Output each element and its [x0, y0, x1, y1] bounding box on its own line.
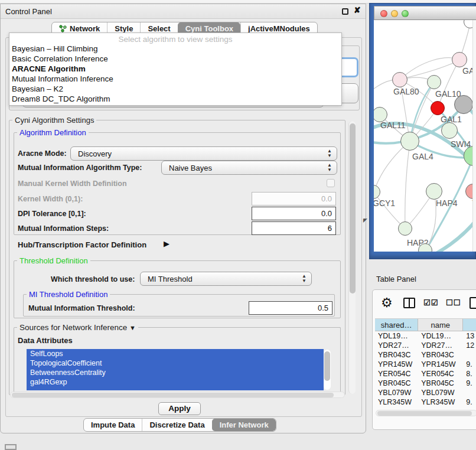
- kernel-width-label: Kernel Width (0,1):: [18, 195, 83, 203]
- table-column-header[interactable]: [463, 319, 476, 331]
- network-node-label: GAL11: [380, 120, 406, 130]
- network-node[interactable]: [454, 95, 473, 114]
- zoom-traffic-light-icon[interactable]: [402, 10, 409, 17]
- table-cell: YPR145W: [375, 360, 418, 369]
- close-traffic-light-icon[interactable]: [380, 10, 387, 17]
- network-icon: [59, 25, 67, 32]
- sources-title[interactable]: Sources for Network Inference ▼: [17, 323, 138, 332]
- mi-steps-label: Mutual Information Steps:: [18, 224, 109, 233]
- deselect-all-checkboxes-icon[interactable]: ☐☐: [446, 298, 461, 307]
- table-row[interactable]: YBR045CYBR045C9.: [375, 379, 476, 388]
- table-row[interactable]: YBR043CYBR043C: [375, 350, 476, 360]
- attribute-list-item[interactable]: gal4RGexp: [27, 377, 324, 387]
- network-node-gal80[interactable]: [392, 72, 407, 87]
- stepper-arrows-icon: ▲▼: [327, 163, 332, 172]
- which-threshold-combo[interactable]: MI Threshold ▲▼: [140, 272, 312, 286]
- table-row[interactable]: YLR345WYLR345W9.: [375, 397, 476, 407]
- algorithm-select-popup: Select algorithm to view settings Bayesi…: [9, 32, 342, 106]
- table-hscrollbar[interactable]: [376, 410, 476, 416]
- attribute-list-item[interactable]: BetweennessCentrality: [27, 368, 324, 377]
- attribute-list-item[interactable]: TopologicalCoefficient: [27, 358, 324, 368]
- column-merge-icon[interactable]: [403, 298, 415, 308]
- network-node-label: GAL4: [412, 152, 433, 161]
- network-node-label: GCY1: [374, 198, 395, 208]
- collapsed-arrow-icon[interactable]: ▶: [164, 239, 169, 248]
- algorithm-popup-item[interactable]: Basic Correlation Inference: [9, 54, 341, 64]
- tab-infer-network[interactable]: Infer Network: [212, 419, 276, 431]
- table-cell: 12: [463, 341, 476, 350]
- close-window-icon[interactable]: ✘: [354, 5, 361, 15]
- network-window-titlebar[interactable]: [374, 6, 476, 20]
- algorithm-popup-placeholder: Select algorithm to view settings: [9, 33, 341, 44]
- table-cell: 8.: [463, 369, 476, 379]
- aracne-mode-combo[interactable]: Discovery ▲▼: [70, 146, 337, 161]
- settings-hscrollbar[interactable]: [10, 392, 345, 398]
- aracne-mode-label: Aracne Mode:: [18, 149, 67, 158]
- hub-definition-toggle[interactable]: Hub/Transcription Factor Definition: [18, 240, 146, 249]
- mi-type-label: Mutual Information Algorithm Type:: [18, 164, 142, 172]
- dpi-tolerance-label: DPI Tolerance [0,1]:: [18, 210, 86, 218]
- tab-discretize-data[interactable]: Discretize Data: [142, 419, 211, 431]
- table-header-row[interactable]: shared…name: [375, 319, 476, 331]
- algorithm-popup-item[interactable]: Bayesian – Hill Climbing: [9, 44, 341, 54]
- table-cell: 9.: [463, 407, 476, 408]
- network-node-gal[interactable]: [452, 52, 467, 67]
- table-column-header[interactable]: name: [418, 319, 463, 331]
- network-node-gal1[interactable]: [431, 101, 445, 115]
- table-cell: 9.: [463, 397, 476, 407]
- float-window-icon[interactable]: [342, 8, 348, 15]
- table-cell: YIL052C: [375, 407, 418, 408]
- table-row[interactable]: YDL19…YDL19…13: [375, 331, 476, 341]
- table-cell: YDR27…: [418, 341, 463, 350]
- document-icon[interactable]: [470, 297, 476, 309]
- network-node-hap2[interactable]: [398, 221, 412, 236]
- attributes-scrollbar[interactable]: [324, 350, 331, 390]
- apply-button[interactable]: Apply: [158, 402, 201, 415]
- mi-threshold-field[interactable]: 0.5: [249, 301, 332, 315]
- network-node-hap4[interactable]: [426, 183, 442, 200]
- mi-steps-field[interactable]: 6: [252, 221, 336, 235]
- tab-label: jActiveMNodules: [248, 24, 310, 33]
- network-node-gal4[interactable]: [400, 132, 419, 151]
- tab-label: Select: [148, 24, 170, 33]
- dpi-tolerance-field[interactable]: 0.0: [252, 207, 336, 220]
- minimize-traffic-light-icon[interactable]: [391, 10, 398, 17]
- mi-threshold-label: Mutual Information Threshold:: [28, 304, 135, 312]
- settings-scrollbar[interactable]: [348, 121, 356, 394]
- network-node-swi4[interactable]: [441, 122, 458, 139]
- mi-type-combo[interactable]: Naive Bayes ▲▼: [161, 161, 337, 175]
- attribute-list-item[interactable]: SelfLoops: [27, 349, 324, 358]
- select-all-checkboxes-icon[interactable]: ☑☑: [423, 298, 438, 307]
- table-cell: YDL19…: [375, 331, 418, 341]
- cyni-settings-title: Cyni Algorithm Settings: [12, 116, 96, 125]
- splitter-collapse-icon[interactable]: ◤: [363, 217, 367, 223]
- gear-icon[interactable]: ⚙: [381, 295, 393, 311]
- table-cell: YLR345W: [418, 397, 463, 407]
- node-table[interactable]: shared…name YDL19…YDL19…13YDR27…YDR27…12…: [375, 318, 476, 408]
- table-cell: [463, 350, 476, 360]
- table-column-header[interactable]: shared…: [375, 319, 418, 331]
- table-row[interactable]: YPR145WYPR145W9.: [375, 360, 476, 369]
- algorithm-popup-item[interactable]: ARACNE Algorithm: [9, 64, 341, 74]
- table-row[interactable]: YIL052CYIL052C9.: [375, 407, 476, 408]
- data-attributes-list[interactable]: SelfLoopsTopologicalCoefficientBetweenne…: [27, 349, 324, 390]
- algorithm-popup-item[interactable]: Mutual Information Inference: [9, 74, 341, 84]
- control-panel-titlebar[interactable]: Control Panel ✘: [1, 4, 366, 19]
- algorithm-popup-item[interactable]: Bayesian – K2: [9, 84, 341, 94]
- table-row[interactable]: YER054CYER054C8.: [375, 369, 476, 379]
- network-node-gal10[interactable]: [427, 75, 441, 89]
- threshold-definition-title: Threshold Definition: [17, 256, 90, 265]
- tab-label: Style: [115, 24, 133, 33]
- manual-kernel-checkbox[interactable]: [327, 179, 335, 187]
- table-row[interactable]: YDR27…YDR27…12: [375, 341, 476, 350]
- tab-impute-data[interactable]: Impute Data: [84, 419, 142, 431]
- algorithm-popup-item[interactable]: Dream8 DC_TDC Algorithm: [9, 94, 341, 104]
- kernel-width-field[interactable]: 0.0: [252, 192, 336, 206]
- control-panel-bottom-tabs: Impute DataDiscretize DataInfer Network: [83, 418, 276, 432]
- table-cell: YBR045C: [375, 379, 418, 388]
- network-node-label: HAP4: [436, 198, 458, 208]
- network-canvas[interactable]: GALGAL80GAL10GAL1GAL11SWI4GAL4GCY1HAP4YH…: [374, 20, 476, 252]
- table-panel-title: Table Panel: [376, 275, 416, 283]
- minimized-panel-icon[interactable]: [5, 444, 17, 450]
- table-row[interactable]: YBL079WYBL079W: [375, 388, 476, 397]
